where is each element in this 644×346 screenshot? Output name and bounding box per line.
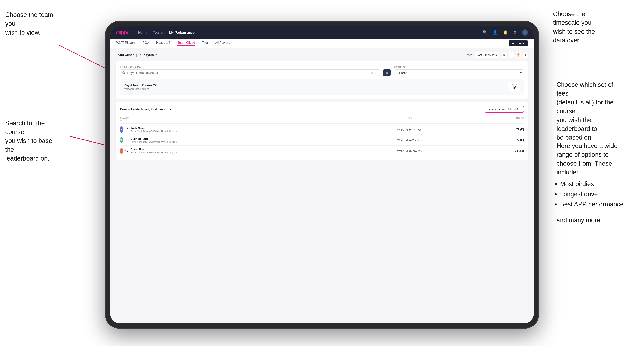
course-search-input[interactable] <box>127 71 370 75</box>
annotation-bottom-left: Search for the course you wish to base t… <box>5 119 61 163</box>
rank-2: 1 <box>127 139 130 142</box>
rank-1: 1 <box>127 128 130 131</box>
annotation-bl-line2: you wish to base the <box>5 137 52 153</box>
annotation-br-intro: Here you have a wide range of options to… <box>556 142 618 176</box>
bullet-drive: Longest drive <box>560 190 626 198</box>
users-icon-btn[interactable]: 👤 <box>492 29 498 35</box>
annotation-mr-line2: (default is all) for the course <box>556 99 614 115</box>
annotation-br-bullets: Most birdies Longest drive Best APP perf… <box>556 180 626 209</box>
avatar-button[interactable]: 👤 <box>522 29 528 36</box>
leaderboard-card: Course Leaderboard, Last 3 months Lowest… <box>116 102 528 160</box>
table-row: BM ♥ 1 Blair McHarg Royal North Devon Go… <box>120 135 524 146</box>
nav-teams[interactable]: Teams <box>153 30 164 35</box>
nav-my-performance[interactable]: My Performance <box>169 30 195 35</box>
search-card: Find a Golf Course 🔍 ✕ ☆ ☆ Select Tee <box>116 61 528 99</box>
select-tee-label: Select Tee <box>394 65 524 68</box>
holes-number: 18 <box>511 86 518 90</box>
player-rank-1: JC ♥ 1 <box>120 126 130 133</box>
player-avatar-2: BM <box>120 137 123 143</box>
separator: | <box>136 53 137 57</box>
search-icon-btn[interactable]: 🔍 <box>482 29 488 35</box>
course-name: Royal North Devon GC <box>124 84 158 87</box>
sub-nav-pgat[interactable]: PGAT Players <box>116 41 136 46</box>
trophy-view-btn[interactable]: 🏆 <box>516 52 521 58</box>
player-count: 14 Players <box>138 53 154 57</box>
col-header-tee: TEE <box>317 117 503 122</box>
brand-logo: clippd <box>116 30 130 35</box>
sub-navigation: PGAT Players PGA Hcaps 1-5 Team Clippd T… <box>110 39 534 48</box>
player-club-3: Royal North Devon Golf Club, United King… <box>130 151 317 154</box>
star-icon[interactable]: ☆ <box>375 71 378 75</box>
leaderboard-title-text: Course Leaderboard, <box>120 107 150 111</box>
tee-select-dropdown[interactable]: All Tees ▾ <box>394 69 524 76</box>
rank-3: 3 <box>127 149 130 152</box>
nav-home[interactable]: Home <box>138 30 147 35</box>
score-chevron-icon: ▾ <box>520 107 521 111</box>
annotation-mr-line1: Choose which set of tees <box>556 81 613 97</box>
score-3: 73 (+1) <box>503 149 524 152</box>
show-controls: Show: Last 3 months ▾ ⊞ ☰ 🏆 ⬇ <box>464 52 528 58</box>
nav-icons: 🔍 👤 🔔 ⚙ 👤 <box>482 29 528 36</box>
player-name-1: Josh Coles <box>130 127 317 130</box>
sub-nav-tour[interactable]: Tour <box>202 41 208 46</box>
sub-nav-pga[interactable]: PGA <box>142 41 149 46</box>
bell-icon-btn[interactable]: 🔔 <box>502 29 508 35</box>
tee-info-2: White (M) (6,744 yds) <box>317 139 503 142</box>
table-header: PLAYER NAME TEE SCORE <box>120 115 524 124</box>
annotation-br-footer: and many more! <box>556 216 626 224</box>
player-rank-2: BM ♥ 1 <box>120 137 130 143</box>
bullet-birdies: Most birdies <box>560 180 626 188</box>
sub-nav-team-clippd[interactable]: Team Clippd <box>178 41 195 46</box>
holes-label: Holes <box>511 84 518 86</box>
player-avatar-1: JC <box>120 126 123 133</box>
annotation-top-left: Choose the team you wish to view. <box>5 10 61 37</box>
score-filter-dropdown[interactable]: Lowest Score (18 holes) ▾ <box>484 106 524 113</box>
leaderboard-table: PLAYER NAME TEE SCORE JC ♥ 1 Josh <box>120 115 524 156</box>
sub-nav-all-players[interactable]: All Players <box>215 41 230 46</box>
add-team-button[interactable]: Add Team <box>508 40 528 46</box>
player-details-1: Josh Coles Royal North Devon Golf Club, … <box>130 127 317 133</box>
leaderboard-title: Course Leaderboard, Last 3 months <box>120 107 171 111</box>
grid-view-btn[interactable]: ⊞ <box>502 52 507 58</box>
annotation-tr-line1: Choose the timescale you <box>553 10 592 26</box>
player-rank-3: DF ♥ 3 <box>120 148 130 154</box>
annotation-bl-line1: Search for the course <box>5 120 45 135</box>
show-value: Last 3 months <box>477 53 494 57</box>
clear-icon[interactable]: ✕ <box>371 71 373 75</box>
edit-icon[interactable]: ✏ <box>155 53 158 57</box>
settings-icon-btn[interactable]: ⚙ <box>513 29 518 35</box>
player-avatar-3: DF <box>120 148 123 154</box>
course-info: Royal North Devon GC Westward Ho!, Engla… <box>124 84 158 90</box>
player-details-2: Blair McHarg Royal North Devon Golf Club… <box>130 137 317 143</box>
sub-nav-hcaps[interactable]: Hcaps 1-5 <box>156 41 170 46</box>
annotation-top-right: Choose the timescale you wish to see the… <box>553 9 609 45</box>
annotation-mr-line3: you wish the leaderboard to <box>556 116 597 132</box>
list-view-btn[interactable]: ☰ <box>508 52 514 58</box>
player-details-3: David Ford Royal North Devon Golf Club, … <box>130 148 317 154</box>
tee-info-3: White (M) (6,744 yds) <box>317 149 503 152</box>
view-icons: ⊞ ☰ 🏆 ⬇ <box>502 52 528 58</box>
course-result: Royal North Devon GC Westward Ho!, Engla… <box>120 79 524 95</box>
col-header-score: SCORE <box>503 117 524 122</box>
annotation-tr-line2: wish to see the data over. <box>553 28 595 44</box>
score-1: 72 (E) <box>503 128 524 131</box>
main-content: Team Clippd | 14 Players ✏ Show: Last 3 … <box>110 48 534 323</box>
tablet-device: clippd Home Teams My Performance 🔍 👤 🔔 ⚙… <box>105 21 539 329</box>
annotation-mid-right: Choose which set of tees (default is all… <box>556 80 623 142</box>
top-navigation: clippd Home Teams My Performance 🔍 👤 🔔 ⚙… <box>110 26 534 39</box>
course-search-group: Find a Golf Course 🔍 ✕ ☆ <box>120 65 380 76</box>
show-label: Show: <box>464 53 472 57</box>
show-dropdown[interactable]: Last 3 months ▾ <box>474 52 500 58</box>
download-btn[interactable]: ⬇ <box>522 52 528 58</box>
dark-search-btn[interactable]: ☆ <box>383 69 390 76</box>
tee-value: All Tees <box>396 71 408 75</box>
team-header: Team Clippd | 14 Players ✏ Show: Last 3 … <box>116 52 528 58</box>
course-search-wrapper[interactable]: 🔍 ✕ ☆ <box>120 69 380 76</box>
tablet-screen: clippd Home Teams My Performance 🔍 👤 🔔 ⚙… <box>110 26 534 323</box>
search-icon: 🔍 <box>122 71 126 75</box>
dark-star-btn-wrapper: ☆ <box>383 69 390 76</box>
tee-info-1: White (M) (6,744 yds) <box>317 128 503 131</box>
player-club-1: Royal North Devon Golf Club, United King… <box>130 130 317 133</box>
bullet-app: Best APP performance <box>560 200 626 209</box>
score-filter-value: Lowest Score (18 holes) <box>488 108 518 111</box>
